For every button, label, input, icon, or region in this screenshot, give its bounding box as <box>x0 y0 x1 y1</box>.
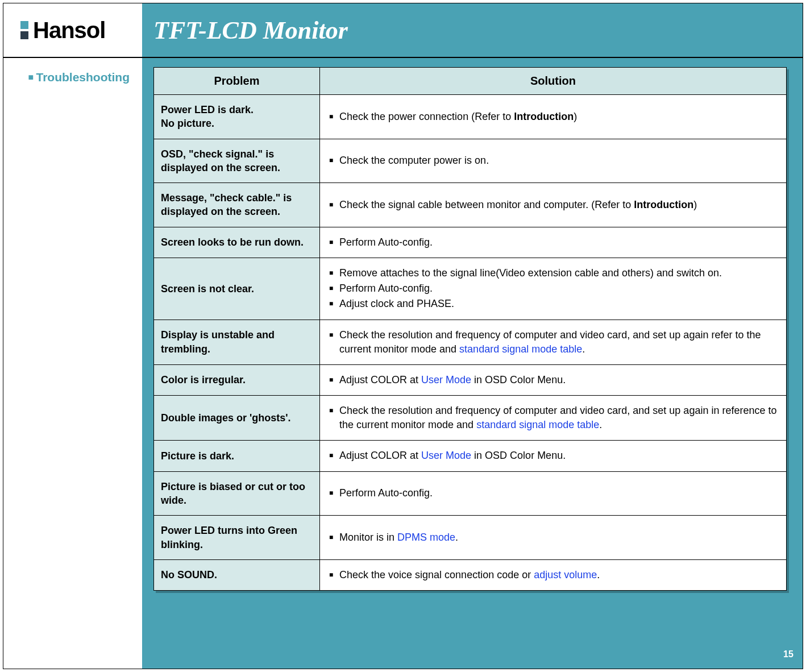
col-header-problem: Problem <box>154 68 320 95</box>
bold-text: Introduction <box>634 199 693 210</box>
header: Hansol TFT-LCD Monitor <box>3 3 803 57</box>
problem-cell: Picture is dark. <box>154 441 320 471</box>
solution-text: Check the computer power is on. <box>339 154 777 168</box>
square-bullet-icon: ■ <box>329 328 339 356</box>
table-row: Double images or 'ghosts'.■Check the res… <box>154 396 787 441</box>
solution-text: Perform Auto-config. <box>339 281 777 296</box>
bold-text: Introduction <box>514 111 574 122</box>
solution-text: Check the signal cable between monitor a… <box>339 198 777 212</box>
square-bullet-icon: ■ <box>329 154 339 168</box>
square-bullet-icon: ■ <box>329 281 339 296</box>
solution-item: ■Adjust clock and PHASE. <box>329 297 777 311</box>
solution-cell: ■Remove attaches to the signal line(Vide… <box>320 258 787 320</box>
solution-item: ■Perform Auto-config. <box>329 486 777 500</box>
solution-item: ■Monitor is in DPMS mode. <box>329 530 777 545</box>
square-bullet-icon: ■ <box>329 235 339 250</box>
content-area: Problem Solution Power LED is dark.No pi… <box>142 58 803 669</box>
table-row: Message, "check cable." is displayed on … <box>154 183 787 227</box>
square-bullet-icon: ■ <box>329 404 339 432</box>
logo-text: Hansol <box>33 18 105 43</box>
solution-cell: ■Check the computer power is on. <box>320 139 787 183</box>
square-bullet-icon: ■ <box>329 297 339 311</box>
solution-cell: ■Check the resolution and frequency of c… <box>320 320 787 364</box>
solution-item: ■Check the resolution and frequency of c… <box>329 328 777 356</box>
table-row: Picture is biased or cut or too wide.■Pe… <box>154 471 787 516</box>
link-text[interactable]: standard signal mode table <box>476 419 599 430</box>
square-bullet-icon: ■ <box>329 486 339 500</box>
table-row: Color is irregular.■Adjust COLOR at User… <box>154 364 787 395</box>
solution-cell: ■Adjust COLOR at User Mode in OSD Color … <box>320 441 787 471</box>
link-text[interactable]: User Mode <box>421 374 471 385</box>
solution-text: Monitor is in DPMS mode. <box>339 530 777 545</box>
page-frame: Hansol TFT-LCD Monitor ■ Troubleshooting… <box>3 3 803 669</box>
solution-text: Adjust COLOR at User Mode in OSD Color M… <box>339 449 777 463</box>
table-row: Power LED is dark.No picture.■Check the … <box>154 95 787 139</box>
troubleshooting-table: Problem Solution Power LED is dark.No pi… <box>153 67 787 591</box>
solution-item: ■Adjust COLOR at User Mode in OSD Color … <box>329 449 777 463</box>
solution-cell: ■Perform Auto-config. <box>320 227 787 258</box>
link-text[interactable]: standard signal mode table <box>459 343 582 355</box>
problem-cell: Power LED is dark.No picture. <box>154 95 320 139</box>
page-title: TFT-LCD Monitor <box>153 16 348 45</box>
solution-text: Check the resolution and frequency of co… <box>339 328 777 356</box>
square-bullet-icon: ■ <box>329 530 339 545</box>
logo-icon <box>20 21 28 39</box>
table-row: Screen is not clear.■Remove attaches to … <box>154 258 787 320</box>
table-row: Picture is dark.■Adjust COLOR at User Mo… <box>154 441 787 471</box>
problem-cell: No SOUND. <box>154 559 320 590</box>
solution-item: ■Check the signal cable between monitor … <box>329 198 777 212</box>
problem-cell: Double images or 'ghosts'. <box>154 396 320 441</box>
logo: Hansol <box>3 3 142 57</box>
solution-text: Check the resolution and frequency of co… <box>339 404 777 432</box>
link-text[interactable]: adjust volume <box>534 569 597 580</box>
sidebar-section: ■ Troubleshooting <box>3 70 130 84</box>
solution-cell: ■Check the resolution and frequency of c… <box>320 396 787 441</box>
square-bullet-icon: ■ <box>329 110 339 124</box>
solution-text: Check the voice signal connection code o… <box>339 568 777 582</box>
page-number: 15 <box>779 645 798 664</box>
solution-cell: ■Check the signal cable between monitor … <box>320 183 787 227</box>
square-bullet-icon: ■ <box>329 449 339 463</box>
table-row: Display is unstable and trembling.■Check… <box>154 320 787 364</box>
solution-item: ■Check the power connection (Refer to In… <box>329 110 777 124</box>
problem-cell: Color is irregular. <box>154 364 320 395</box>
solution-cell: ■Monitor is in DPMS mode. <box>320 516 787 560</box>
problem-cell: OSD, "check signal." is displayed on the… <box>154 139 320 183</box>
solution-cell: ■Perform Auto-config. <box>320 471 787 516</box>
title-bar: TFT-LCD Monitor <box>142 3 803 57</box>
problem-cell: Screen is not clear. <box>154 258 320 320</box>
solution-item: ■Check the computer power is on. <box>329 154 777 168</box>
problem-cell: Screen looks to be run down. <box>154 227 320 258</box>
square-bullet-icon: ■ <box>28 72 34 82</box>
problem-cell: Message, "check cable." is displayed on … <box>154 183 320 227</box>
square-bullet-icon: ■ <box>329 568 339 582</box>
solution-text: Adjust COLOR at User Mode in OSD Color M… <box>339 373 777 387</box>
link-text[interactable]: User Mode <box>421 450 471 461</box>
solution-cell: ■Adjust COLOR at User Mode in OSD Color … <box>320 364 787 395</box>
solution-cell: ■Check the voice signal connection code … <box>320 559 787 590</box>
problem-cell: Power LED turns into Green blinking. <box>154 516 320 560</box>
solution-cell: ■Check the power connection (Refer to In… <box>320 95 787 139</box>
solution-text: Remove attaches to the signal line(Video… <box>339 266 777 280</box>
main-row: ■ Troubleshooting Problem Solution Power… <box>3 58 803 669</box>
square-bullet-icon: ■ <box>329 373 339 387</box>
col-header-solution: Solution <box>320 68 787 95</box>
solution-item: ■Adjust COLOR at User Mode in OSD Color … <box>329 373 777 387</box>
table-row: Power LED turns into Green blinking.■Mon… <box>154 516 787 560</box>
solution-text: Perform Auto-config. <box>339 235 777 250</box>
problem-cell: Picture is biased or cut or too wide. <box>154 471 320 516</box>
solution-item: ■Check the resolution and frequency of c… <box>329 404 777 432</box>
sidebar: ■ Troubleshooting <box>3 58 142 669</box>
solution-item: ■Perform Auto-config. <box>329 235 777 250</box>
solution-text: Perform Auto-config. <box>339 486 777 500</box>
solution-item: ■Perform Auto-config. <box>329 281 777 296</box>
square-bullet-icon: ■ <box>329 198 339 212</box>
table-row: No SOUND.■Check the voice signal connect… <box>154 559 787 590</box>
solution-text: Check the power connection (Refer to Int… <box>339 110 777 124</box>
solution-item: ■Remove attaches to the signal line(Vide… <box>329 266 777 280</box>
sidebar-section-label: Troubleshooting <box>36 70 130 84</box>
solution-item: ■Check the voice signal connection code … <box>329 568 777 582</box>
link-text[interactable]: DPMS mode <box>397 532 455 543</box>
table-row: OSD, "check signal." is displayed on the… <box>154 139 787 183</box>
square-bullet-icon: ■ <box>329 266 339 280</box>
